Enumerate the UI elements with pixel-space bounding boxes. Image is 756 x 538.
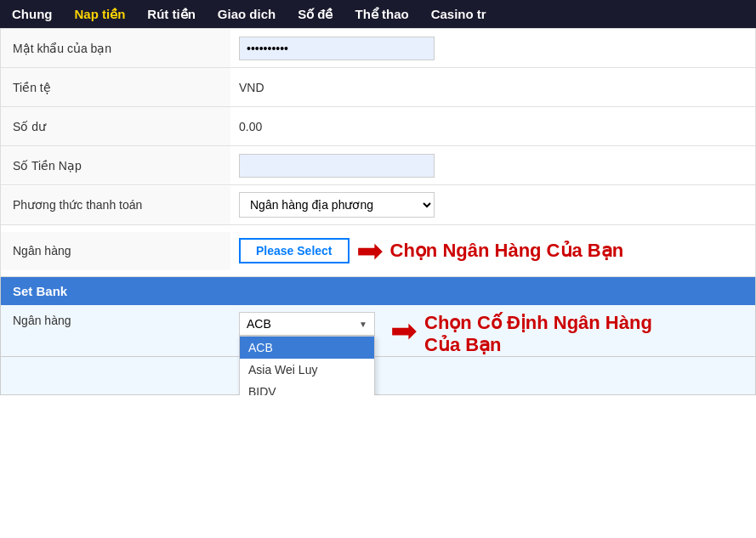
payment-method-select[interactable]: Ngân hàng địa phương — [239, 192, 435, 218]
nav-item-ruttien[interactable]: Rút tiền — [144, 7, 198, 22]
password-label: Mật khẩu của bạn — [1, 29, 230, 67]
password-row: Mật khẩu của bạn — [1, 29, 755, 68]
balance-display: 0.00 — [239, 120, 262, 133]
balance-label: Số dư — [1, 107, 230, 145]
currency-value: VND — [230, 74, 755, 101]
annotation2-line1: Chọn Cố Định Ngân Hàng — [424, 312, 652, 334]
bank-option-bidv[interactable]: BIDV — [240, 381, 374, 395]
amount-row: Số Tiền Nạp — [1, 146, 755, 185]
bank-select-display[interactable]: ACB ▼ — [239, 312, 375, 336]
payment-method-row: Phương thức thanh toán Ngân hàng địa phư… — [1, 185, 755, 225]
nav-item-giaodich[interactable]: Giao dich — [214, 7, 279, 21]
set-bank-dropdown-area: ACB ▼ ACB Asia Wei Luy BIDV DONG A Bank … — [230, 305, 384, 343]
nav-item-sode[interactable]: Số đề — [294, 7, 336, 22]
bank-label: Ngân hàng — [1, 232, 230, 270]
balance-row: Số dư 0.00 — [1, 107, 755, 146]
bank-select-wrapper: ACB ▼ ACB Asia Wei Luy BIDV DONG A Bank … — [239, 312, 375, 336]
bank-option-asiaweiluy[interactable]: Asia Wei Luy — [240, 359, 374, 381]
set-bank-section: Set Bank Ngân hàng ACB ▼ ACB Asia Wei Lu… — [0, 277, 756, 395]
bank-row: Ngân hàng Please Select ➡ Chọn Ngân Hàng… — [1, 225, 755, 276]
bank-select-value: ACB — [247, 317, 271, 331]
annotation2-line2: Của Bạn — [424, 334, 652, 356]
set-bank-label: Ngân hàng — [1, 305, 230, 336]
currency-row: Tiền tệ VND — [1, 68, 755, 107]
set-bank-buttons-row: Lưu Hủy — [1, 357, 755, 394]
currency-label: Tiền tệ — [1, 68, 230, 106]
arrow-right-icon2: ➡ — [390, 312, 418, 349]
nav-item-chung[interactable]: Chung — [9, 7, 55, 21]
nav-item-naptien[interactable]: Nap tiền — [71, 7, 128, 22]
main-content: Mật khẩu của bạn Tiền tệ VND Số dư 0.00 … — [0, 28, 756, 395]
amount-label: Số Tiền Nạp — [1, 146, 230, 184]
arrow-right-icon: ➡ — [356, 232, 384, 269]
chevron-down-icon: ▼ — [359, 320, 367, 329]
payment-method-label: Phương thức thanh toán — [1, 186, 230, 224]
nav-item-thethao[interactable]: Thể thao — [352, 7, 412, 22]
currency-display: VND — [239, 81, 264, 94]
form-section: Mật khẩu của bạn Tiền tệ VND Số dư 0.00 … — [0, 28, 756, 277]
annotation2-area: ➡ Chọn Cố Định Ngân Hàng Của Bạn — [384, 305, 652, 356]
set-bank-header: Set Bank — [1, 277, 755, 305]
set-bank-row: Ngân hàng ACB ▼ ACB Asia Wei Luy BIDV DO… — [1, 305, 755, 357]
nav-item-casino[interactable]: Casino tr — [428, 7, 490, 21]
please-select-button[interactable]: Please Select — [239, 238, 350, 263]
bank-value: Please Select ➡ Chọn Ngân Hàng Của Bạn — [230, 225, 755, 276]
payment-method-value: Ngân hàng địa phương — [230, 185, 755, 224]
bank-option-acb[interactable]: ACB — [240, 337, 374, 359]
annotation1-text: Chọn Ngân Hàng Của Bạn — [390, 240, 624, 262]
password-input[interactable] — [239, 37, 435, 60]
annotation2-text-block: Chọn Cố Định Ngân Hàng Của Bạn — [424, 312, 652, 356]
password-value — [230, 30, 755, 67]
balance-value: 0.00 — [230, 113, 755, 140]
navigation-bar: Chung Nap tiền Rút tiền Giao dich Số đề … — [0, 0, 756, 28]
amount-value — [230, 147, 755, 184]
amount-input[interactable] — [239, 154, 435, 178]
bank-dropdown-list: ACB Asia Wei Luy BIDV DONG A Bank MB Sac… — [239, 336, 375, 395]
